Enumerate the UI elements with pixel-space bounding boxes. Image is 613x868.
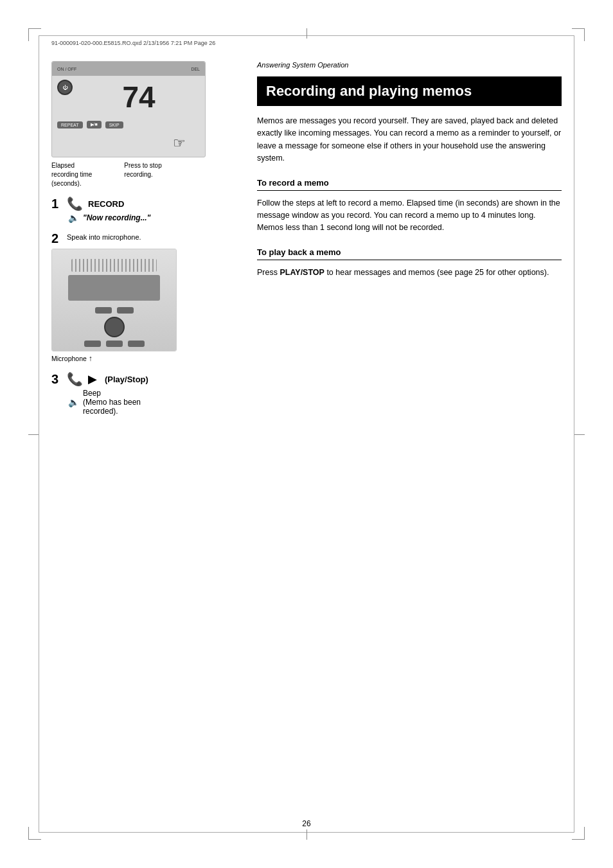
- crop-mark-tr: [572, 28, 585, 41]
- step3-sub-text: Beep (Memo has been recorded).: [83, 389, 141, 416]
- elapsed-label: Elapsedrecording time(seconds).: [51, 161, 92, 188]
- step3-phone-icon: 📞: [67, 373, 83, 385]
- phone-btn-3: [84, 341, 101, 347]
- press-stop-label: Press to stoprecording.: [124, 161, 161, 188]
- device-number-display: 74: [78, 80, 200, 114]
- hand-cursor-icon: ☞: [173, 135, 186, 152]
- display-number: 74: [122, 80, 155, 114]
- step3-beep-text: Beep: [83, 389, 101, 398]
- step3-number: 3: [51, 373, 62, 385]
- subsection2-post-text: to hear messages and memos (see page 25 …: [324, 268, 549, 277]
- step3-memo-text1: (Memo has been: [83, 398, 141, 407]
- subsection2-pre-text: Press: [257, 268, 280, 277]
- subsection2-title: To play back a memo: [257, 247, 562, 260]
- step1-row: 1 📞 RECORD: [51, 197, 238, 210]
- phone-controls: [62, 307, 166, 347]
- page-number: 26: [302, 819, 310, 828]
- step2-row: 2 Speak into microphone.: [51, 232, 238, 245]
- step1-sub: 🔈 "Now recording...": [68, 213, 238, 223]
- on-off-label: ON / OFF: [57, 67, 76, 71]
- step3-row: 3 📞 ▶ (Play/Stop): [51, 372, 238, 386]
- intro-paragraph: Memos are messages you record yourself. …: [257, 115, 562, 165]
- cross-mark-bottom: [306, 829, 307, 840]
- microphone-label-row: Microphone ↑: [51, 354, 238, 363]
- page-border-left: [39, 35, 39, 833]
- phone-btn-row-2: [84, 341, 145, 347]
- power-icon: ⏻: [62, 85, 67, 91]
- phone-btn-4: [106, 341, 123, 347]
- phone-speaker-area: [71, 259, 157, 272]
- step3-label: (Play/Stop): [105, 375, 148, 384]
- step1-sub-text: "Now recording...": [83, 213, 150, 222]
- crop-mark-bl: [28, 827, 41, 840]
- step3-speaker-icon: 🔈: [68, 397, 79, 407]
- device-image: ON / OFF DEL ⏻ 74 REPEAT ▶/■ SKIP ☞: [51, 61, 206, 157]
- repeat-button: REPEAT: [57, 121, 83, 128]
- cross-mark-right: [574, 434, 585, 435]
- step3-sub: 🔈 Beep (Memo has been recorded).: [68, 389, 238, 416]
- header-meta: 91-000091-020-000.E5815.RO.qxd 2/13/1956…: [51, 40, 215, 46]
- phone-main-btn: [104, 317, 125, 337]
- left-column: ON / OFF DEL ⏻ 74 REPEAT ▶/■ SKIP ☞: [51, 61, 238, 817]
- content-area: ON / OFF DEL ⏻ 74 REPEAT ▶/■ SKIP ☞: [51, 61, 562, 817]
- press-stop-text: Press to stoprecording.: [124, 162, 161, 178]
- step1-label: RECORD: [88, 199, 124, 209]
- microphone-label-text: Microphone: [51, 355, 87, 362]
- cross-mark-top: [306, 28, 307, 39]
- del-label: DEL: [191, 67, 200, 71]
- power-button: ⏻: [57, 80, 73, 95]
- device-top-bar: ON / OFF DEL: [52, 62, 205, 76]
- section-header: Answering System Operation: [257, 61, 562, 69]
- crop-mark-br: [572, 827, 585, 840]
- phone-screen-area: [68, 275, 160, 301]
- subsection2-body: Press PLAY/STOP to hear messages and mem…: [257, 267, 562, 279]
- step1-speaker-icon: 🔈: [68, 213, 79, 223]
- step2-number: 2: [51, 232, 62, 245]
- device-left-side: ⏻: [57, 80, 73, 95]
- play-pause-button: ▶/■: [87, 121, 102, 128]
- cross-mark-left: [28, 434, 39, 435]
- device-bottom-row: REPEAT ▶/■ SKIP: [52, 118, 205, 131]
- step1-phone-icon: 📞: [67, 197, 83, 210]
- device-main-area: ⏻ 74: [52, 76, 205, 118]
- section-title: Recording and playing memos: [266, 83, 472, 99]
- skip-button: SKIP: [105, 121, 123, 128]
- phone-btn-1: [95, 307, 112, 314]
- step3-memo-text2: recorded).: [83, 407, 118, 416]
- phone-body: [52, 249, 176, 351]
- phone-btn-row-1: [95, 307, 134, 314]
- step3-play-icon: ▶: [88, 372, 97, 386]
- phone-image: [51, 249, 177, 351]
- section-title-box: Recording and playing memos: [257, 76, 562, 106]
- subsection1-body: Follow the steps at left to record a mem…: [257, 197, 562, 235]
- subsection2-bold-text: PLAY/STOP: [280, 268, 324, 277]
- step2-speak-text: Speak into microphone.: [67, 233, 141, 241]
- elapsed-text: Elapsedrecording time(seconds).: [51, 162, 92, 187]
- phone-btn-2: [117, 307, 134, 314]
- subsection1-title: To record a memo: [257, 178, 562, 191]
- microphone-arrow-icon: ↑: [89, 354, 93, 363]
- elapsed-annotation: Elapsedrecording time(seconds). Press to…: [51, 161, 238, 188]
- step1-number: 1: [51, 197, 62, 210]
- phone-btn-5: [128, 341, 145, 347]
- right-column: Answering System Operation Recording and…: [257, 61, 562, 817]
- crop-mark-tl: [28, 28, 41, 41]
